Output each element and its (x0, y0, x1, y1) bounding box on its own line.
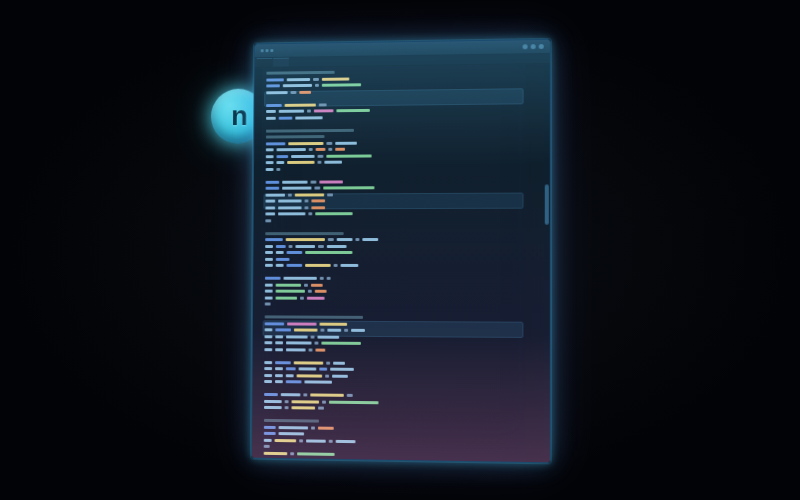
code-token (295, 193, 324, 196)
code-token (287, 322, 316, 325)
code-token (266, 84, 280, 87)
code-token (266, 148, 274, 151)
code-token (313, 77, 319, 80)
code-token (319, 180, 343, 183)
code-token (266, 180, 280, 183)
code-token (310, 393, 344, 396)
code-token (328, 148, 332, 151)
code-token (317, 335, 339, 338)
code-token (264, 374, 272, 377)
code-token (299, 367, 317, 370)
editor-tab[interactable] (273, 58, 289, 67)
titlebar-menu-icon[interactable] (266, 49, 269, 52)
code-token (315, 348, 325, 351)
code-token (276, 245, 286, 248)
code-token (286, 335, 308, 338)
code-token (287, 161, 314, 164)
code-token (264, 432, 276, 435)
code-token (320, 322, 348, 325)
titlebar-menu-icon[interactable] (261, 49, 264, 52)
code-token (318, 426, 334, 429)
code-token (265, 212, 275, 215)
code-token (304, 206, 308, 209)
code-token (335, 141, 357, 144)
code-token (266, 161, 274, 164)
code-token (265, 283, 273, 286)
code-token (277, 148, 306, 151)
code-token (322, 83, 361, 86)
code-token (336, 439, 356, 442)
code-token (320, 329, 324, 332)
code-token (266, 91, 287, 94)
code-token (308, 212, 312, 215)
code-token (266, 155, 274, 158)
titlebar-right-controls (523, 44, 544, 49)
code-token (266, 110, 276, 113)
code-token (265, 206, 275, 209)
code-content[interactable] (252, 64, 550, 462)
code-token (264, 445, 270, 448)
code-token (264, 438, 272, 441)
code-token (276, 257, 290, 260)
code-token (288, 193, 292, 196)
code-token (334, 264, 338, 267)
code-token (305, 251, 352, 254)
code-token (264, 348, 272, 351)
code-token (294, 328, 318, 331)
code-token (327, 193, 333, 196)
code-token (264, 367, 272, 370)
close-button[interactable] (539, 44, 544, 49)
code-token (265, 251, 273, 254)
code-token (276, 283, 301, 286)
editor-tab[interactable] (257, 58, 273, 67)
minimize-button[interactable] (523, 44, 528, 49)
code-token (314, 187, 320, 190)
code-token (309, 148, 313, 151)
code-token (324, 161, 342, 164)
code-token (276, 264, 284, 267)
code-token (323, 186, 374, 189)
code-token (322, 400, 326, 403)
code-token (264, 419, 319, 423)
code-token (297, 452, 335, 456)
code-token (304, 380, 332, 383)
code-token (311, 426, 315, 429)
code-token (276, 251, 284, 254)
code-token (314, 342, 318, 345)
code-token (265, 238, 283, 241)
code-token (286, 380, 302, 383)
code-token (265, 245, 273, 248)
code-token (306, 439, 326, 442)
code-token (266, 193, 286, 196)
code-token (265, 200, 275, 203)
code-token (297, 374, 323, 377)
code-token (330, 368, 354, 371)
code-token (333, 361, 345, 364)
code-token (275, 374, 283, 377)
code-token (265, 264, 273, 267)
code-token (319, 103, 327, 106)
editor-window-container: n (251, 39, 551, 464)
code-token (276, 155, 288, 158)
code-token (326, 361, 330, 364)
code-viewport (252, 64, 550, 462)
code-token (355, 238, 359, 241)
code-token (336, 109, 369, 112)
code-token (275, 341, 283, 344)
code-token (344, 329, 348, 332)
code-token (266, 135, 325, 138)
code-token (279, 110, 304, 113)
maximize-button[interactable] (531, 44, 536, 49)
code-token (264, 451, 288, 454)
app-logo-glyph: n (231, 100, 245, 132)
code-token (326, 141, 332, 144)
code-token (283, 277, 316, 280)
code-token (285, 400, 289, 403)
titlebar-menu-icon[interactable] (270, 49, 273, 52)
code-token (266, 103, 282, 106)
code-token (275, 438, 297, 441)
code-token (292, 400, 320, 403)
code-token (315, 290, 327, 293)
code-token (305, 199, 309, 202)
code-token (308, 290, 312, 293)
